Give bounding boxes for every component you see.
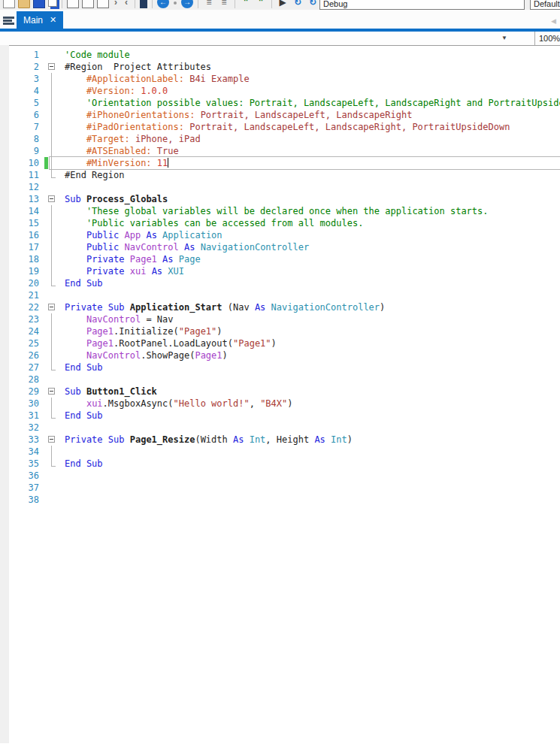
code-text[interactable]: #ATSEnabled: True <box>50 145 560 157</box>
line-number[interactable]: 35 <box>9 458 44 470</box>
code-text[interactable]: #iPhoneOrientations: Portrait, Landscape… <box>50 109 560 121</box>
code-text[interactable]: 'Orientation possible values: Portrait, … <box>50 97 560 109</box>
open-project-icon[interactable] <box>18 0 30 8</box>
code-line[interactable]: 8 #Target: iPhone, iPad <box>9 133 560 145</box>
navigate-forward-icon[interactable]: → <box>181 0 193 8</box>
fold-collapse-icon[interactable] <box>48 436 55 443</box>
code-text[interactable]: #Target: iPhone, iPad <box>50 133 560 145</box>
navigate-dot-icon[interactable] <box>172 0 178 8</box>
code-text[interactable]: Page1.RootPanel.LoadLayout("Page1") <box>50 337 560 349</box>
code-line[interactable]: 4 #Version: 1.0.0 <box>9 85 560 97</box>
sub-selector-combobox[interactable]: ▼ <box>0 32 534 45</box>
line-number[interactable]: 36 <box>9 470 44 482</box>
code-line[interactable]: 26 NavControl.ShowPage(Page1) <box>9 349 560 361</box>
code-text[interactable]: #iPadOrientations: Portrait, LandscapeLe… <box>50 121 560 133</box>
code-line[interactable]: 28 <box>9 373 560 386</box>
code-line[interactable]: 38 <box>9 494 560 506</box>
code-text[interactable]: End Sub <box>50 277 560 289</box>
code-line[interactable]: 21 <box>9 289 560 301</box>
code-text[interactable]: #Region Project Attributes <box>50 61 560 73</box>
run-icon[interactable]: ▶ <box>277 0 289 8</box>
code-text[interactable]: Private Sub Page1_Resize(Width As Int, H… <box>50 434 560 446</box>
code-line[interactable]: 13Sub Process_Globals <box>9 193 560 205</box>
line-number[interactable]: 24 <box>9 325 44 337</box>
line-number[interactable]: 21 <box>9 289 44 301</box>
line-number[interactable]: 37 <box>9 482 44 494</box>
line-number[interactable]: 18 <box>9 253 44 265</box>
line-number[interactable]: 8 <box>9 133 44 145</box>
line-number[interactable]: 20 <box>9 277 44 289</box>
line-number[interactable]: 1 <box>9 49 44 61</box>
code-line[interactable]: 20End Sub <box>9 277 560 289</box>
code-line[interactable]: 30 xui.MsgboxAsync("Hello world!", "B4X"… <box>9 398 560 410</box>
code-line[interactable]: 10 #MinVersion: 11 <box>9 157 560 169</box>
code-line[interactable]: 15 'Public variables can be accessed fro… <box>9 217 560 229</box>
bookmark-icon[interactable] <box>140 0 147 8</box>
code-text[interactable]: 'Public variables can be accessed from a… <box>50 217 560 229</box>
code-text[interactable]: Private Page1 As Page <box>50 253 560 265</box>
code-line[interactable]: 27End Sub <box>9 361 560 373</box>
code-text[interactable]: Private Sub Application_Start (Nav As Na… <box>50 301 560 313</box>
logs-panel-icon[interactable] <box>97 0 109 8</box>
line-number[interactable]: 34 <box>9 446 44 458</box>
code-text[interactable]: End Sub <box>50 410 560 422</box>
code-text[interactable]: Public App As Application <box>50 229 560 241</box>
rebuild-icon[interactable]: ↻ <box>292 0 304 8</box>
code-line[interactable]: 3 #ApplicationLabel: B4i Example <box>9 73 560 85</box>
code-line[interactable]: 5 'Orientation possible values: Portrait… <box>9 97 560 109</box>
tab-main[interactable]: Main ✕ <box>17 11 63 29</box>
code-line[interactable]: 14 'These global variables will be decla… <box>9 205 560 217</box>
code-line[interactable]: 16 Public App As Application <box>9 229 560 241</box>
code-line[interactable]: 6 #iPhoneOrientations: Portrait, Landsca… <box>9 109 560 121</box>
code-line[interactable]: 33Private Sub Page1_Resize(Width As Int,… <box>9 434 560 446</box>
line-number[interactable]: 16 <box>9 229 44 241</box>
code-line[interactable]: 17 Public NavControl As NavigationContro… <box>9 241 560 253</box>
code-text[interactable] <box>50 494 560 506</box>
code-line[interactable]: 29Sub Button1_Click <box>9 386 560 398</box>
navigate-back-icon[interactable]: ← <box>157 0 169 8</box>
code-line[interactable]: 24 Page1.Initialize("Page1") <box>9 325 560 337</box>
code-line[interactable]: 23 NavControl = Nav <box>9 313 560 325</box>
code-line[interactable]: 34 <box>9 446 560 458</box>
code-text[interactable]: Private xui As XUI <box>50 265 560 277</box>
code-text[interactable]: End Sub <box>50 458 560 470</box>
code-text[interactable]: NavControl.ShowPage(Page1) <box>50 349 560 361</box>
modules-icon[interactable] <box>82 0 94 8</box>
code-editor[interactable]: 1'Code module2#Region Project Attributes… <box>9 45 560 743</box>
code-text[interactable]: xui.MsgboxAsync("Hello world!", "B4X") <box>50 398 560 410</box>
code-text[interactable]: NavControl = Nav <box>50 313 560 325</box>
code-line[interactable]: 22Private Sub Application_Start (Nav As … <box>9 301 560 313</box>
code-text[interactable] <box>50 422 560 434</box>
line-number[interactable]: 17 <box>9 241 44 253</box>
code-text[interactable]: 'Code module <box>50 49 560 61</box>
line-number[interactable]: 38 <box>9 494 44 506</box>
code-line[interactable]: 2#Region Project Attributes <box>9 61 560 73</box>
editor-zoom-level[interactable]: 100% <box>535 32 560 45</box>
line-number[interactable]: 2 <box>9 61 44 73</box>
line-number[interactable]: 15 <box>9 217 44 229</box>
code-line[interactable]: 7 #iPadOrientations: Portrait, Landscape… <box>9 121 560 133</box>
code-line[interactable]: 18 Private Page1 As Page <box>9 253 560 265</box>
line-number[interactable]: 6 <box>9 109 44 121</box>
code-line[interactable]: 12 <box>9 181 560 193</box>
code-text[interactable]: #Version: 1.0.0 <box>50 85 560 97</box>
code-line[interactable]: 37 <box>9 482 560 494</box>
line-number[interactable]: 7 <box>9 121 44 133</box>
code-text[interactable]: #MinVersion: 11 <box>50 157 560 169</box>
code-line[interactable]: 32 <box>9 422 560 434</box>
line-number[interactable]: 11 <box>9 169 44 181</box>
designer-icon[interactable] <box>67 0 79 8</box>
line-number[interactable]: 4 <box>9 85 44 97</box>
line-number[interactable]: 23 <box>9 313 44 325</box>
code-text[interactable] <box>50 181 560 193</box>
save-icon[interactable] <box>33 0 45 8</box>
fold-collapse-icon[interactable] <box>48 304 55 310</box>
profile-combobox[interactable]: Default <box>530 0 560 10</box>
line-number[interactable]: 5 <box>9 97 44 109</box>
code-line[interactable]: 35End Sub <box>9 458 560 470</box>
code-text[interactable]: #ApplicationLabel: B4i Example <box>50 73 560 85</box>
outdent-icon[interactable]: ≡ <box>203 0 215 8</box>
line-number[interactable]: 12 <box>9 181 44 193</box>
code-text[interactable]: End Sub <box>50 361 560 373</box>
code-text[interactable]: #End Region <box>50 169 560 181</box>
